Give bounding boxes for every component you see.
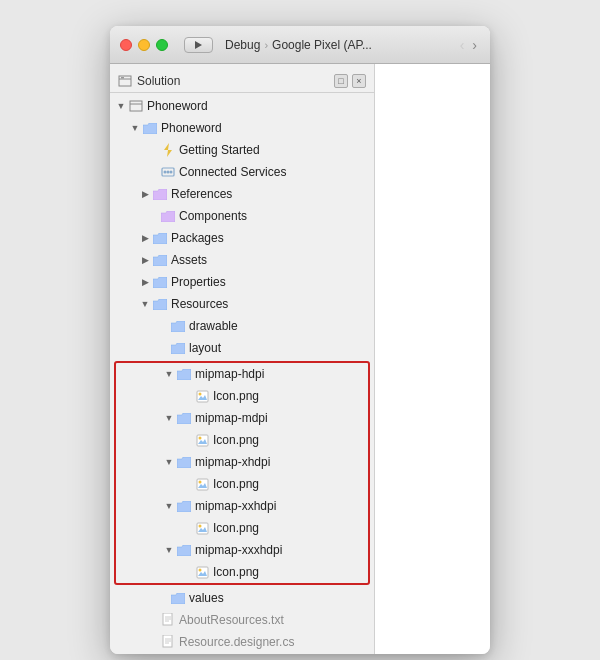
folder-blue-icon <box>176 410 192 426</box>
folder-blue-icon <box>176 454 192 470</box>
tree-item-connected-services[interactable]: Connected Services <box>110 161 374 183</box>
nav-forward[interactable]: › <box>469 37 480 53</box>
tree-item-properties[interactable]: ▶ Properties <box>110 271 374 293</box>
svg-rect-18 <box>197 567 208 578</box>
tree-item-getting-started[interactable]: Getting Started <box>110 139 374 161</box>
tree-item-resource-designer[interactable]: Resource.designer.cs <box>110 631 374 653</box>
svg-point-13 <box>198 436 201 439</box>
tree-label: Resources <box>171 295 228 313</box>
tree-label: values <box>189 589 224 607</box>
tree-label: layout <box>189 339 221 357</box>
breadcrumb-device: Google Pixel (AP... <box>272 38 372 52</box>
tree-label: AboutResources.txt <box>179 611 284 629</box>
close-button[interactable] <box>120 39 132 51</box>
folder-blue-icon <box>170 318 186 334</box>
svg-point-15 <box>198 480 201 483</box>
expand-icon: ▼ <box>114 97 128 115</box>
tree-label: Icon.png <box>213 431 259 449</box>
tree-item-components[interactable]: Components <box>110 205 374 227</box>
main-area: Solution □ × ▼ Phoneword <box>110 64 490 654</box>
play-icon <box>195 41 202 49</box>
app-window: Debug › Google Pixel (AP... ‹ › Solu <box>110 26 490 654</box>
svg-rect-14 <box>197 479 208 490</box>
tree-item-mipmap-xxhdpi[interactable]: ▼ mipmap-xxhdpi <box>116 495 368 517</box>
expand-icon: ▼ <box>162 497 176 515</box>
tree-label: Icon.png <box>213 519 259 537</box>
tree-label: mipmap-mdpi <box>195 409 268 427</box>
tree-item-values[interactable]: values <box>110 587 374 609</box>
breadcrumb: Debug › Google Pixel (AP... <box>225 38 372 52</box>
svg-rect-16 <box>197 523 208 534</box>
tree-label: References <box>171 185 232 203</box>
svg-rect-3 <box>130 101 142 111</box>
panel-title: Solution <box>118 74 180 88</box>
tree-label: Icon.png <box>213 475 259 493</box>
tree-label: mipmap-xxhdpi <box>195 497 276 515</box>
tree-label: Resource.designer.cs <box>179 633 294 651</box>
tree-item-resources[interactable]: ▼ Resources <box>110 293 374 315</box>
solution-icon <box>118 74 132 88</box>
folder-blue-icon <box>152 230 168 246</box>
folder-blue-icon <box>176 498 192 514</box>
tree-label: Assets <box>171 251 207 269</box>
tree-item-mipmap-hdpi[interactable]: ▼ mipmap-hdpi <box>116 363 368 385</box>
tree-item-icon-png-1[interactable]: Icon.png <box>116 385 368 407</box>
expand-icon: ▶ <box>138 273 152 291</box>
minimize-button[interactable] <box>138 39 150 51</box>
image-file-icon <box>194 432 210 448</box>
panel-header: Solution □ × <box>110 70 374 93</box>
panel-close-btn[interactable]: × <box>352 74 366 88</box>
svg-rect-2 <box>121 77 124 79</box>
tree-item-icon-png-5[interactable]: Icon.png <box>116 561 368 583</box>
tree-label: mipmap-xxxhdpi <box>195 541 282 559</box>
folder-blue-icon <box>176 366 192 382</box>
tree-item-icon-png-3[interactable]: Icon.png <box>116 473 368 495</box>
folder-icon <box>142 120 158 136</box>
tree-item-about-resources[interactable]: AboutResources.txt <box>110 609 374 631</box>
expand-icon: ▼ <box>162 409 176 427</box>
tree-item-layout[interactable]: layout <box>110 337 374 359</box>
svg-point-11 <box>198 392 201 395</box>
panel-restore-btn[interactable]: □ <box>334 74 348 88</box>
svg-rect-12 <box>197 435 208 446</box>
expand-icon: ▼ <box>128 119 142 137</box>
bolt-icon <box>160 142 176 158</box>
svg-rect-0 <box>119 76 131 86</box>
tree-label: Packages <box>171 229 224 247</box>
expand-icon: ▼ <box>162 365 176 383</box>
image-file-icon <box>194 520 210 536</box>
image-file-icon <box>194 388 210 404</box>
solution-explorer[interactable]: Solution □ × ▼ Phoneword <box>110 64 375 654</box>
tree-item-mipmap-mdpi[interactable]: ▼ mipmap-mdpi <box>116 407 368 429</box>
panel-controls: □ × <box>334 74 366 88</box>
titlebar: Debug › Google Pixel (AP... ‹ › <box>110 26 490 64</box>
expand-icon: ▶ <box>138 251 152 269</box>
folder-purple-icon <box>160 208 176 224</box>
tree-item-drawable[interactable]: drawable <box>110 315 374 337</box>
tree-label: Components <box>179 207 247 225</box>
svg-marker-5 <box>164 143 172 157</box>
tree-label: Connected Services <box>179 163 286 181</box>
tree-label: Icon.png <box>213 387 259 405</box>
tree-item-assets[interactable]: ▶ Assets <box>110 249 374 271</box>
breadcrumb-sep: › <box>264 39 268 51</box>
nav-back[interactable]: ‹ <box>457 37 468 53</box>
run-button[interactable] <box>184 37 213 53</box>
tree-item-icon-png-4[interactable]: Icon.png <box>116 517 368 539</box>
tree-item-references[interactable]: ▶ References <box>110 183 374 205</box>
tree-label: Properties <box>171 273 226 291</box>
text-file-icon <box>160 612 176 628</box>
tree-item-mipmap-xxxhdpi[interactable]: ▼ mipmap-xxxhdpi <box>116 539 368 561</box>
svg-point-7 <box>164 171 167 174</box>
tree-item-icon-png-2[interactable]: Icon.png <box>116 429 368 451</box>
tree-item-phoneword-root[interactable]: ▼ Phoneword <box>110 95 374 117</box>
tree-item-phoneword-proj[interactable]: ▼ Phoneword <box>110 117 374 139</box>
tree-item-packages[interactable]: ▶ Packages <box>110 227 374 249</box>
folder-purple-icon <box>152 186 168 202</box>
expand-icon: ▶ <box>138 229 152 247</box>
expand-icon: ▶ <box>138 185 152 203</box>
tree-item-mipmap-xhdpi[interactable]: ▼ mipmap-xhdpi <box>116 451 368 473</box>
image-file-icon <box>194 564 210 580</box>
maximize-button[interactable] <box>156 39 168 51</box>
connected-services-icon <box>160 164 176 180</box>
